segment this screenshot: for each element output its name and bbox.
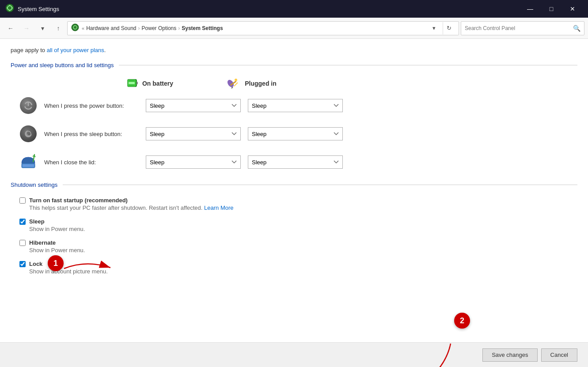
lock-item: Lock Show in account picture menu. xyxy=(19,261,577,275)
address-arrow1: › xyxy=(138,25,140,31)
search-icon: 🔍 xyxy=(573,25,580,32)
sleep-item: Sleep Show in Power menu. xyxy=(19,218,577,232)
section1-title: Power and sleep buttons and lid settings xyxy=(11,62,114,68)
plugged-label: Plugged in xyxy=(245,80,277,87)
titlebar: System Settings — □ ✕ xyxy=(0,0,588,18)
sleep-checkbox[interactable] xyxy=(19,219,26,225)
battery-label: On battery xyxy=(142,80,173,87)
address-part2: Power Options xyxy=(142,25,177,31)
fast-startup-desc: This helps start your PC faster after sh… xyxy=(29,204,577,211)
lid-icon xyxy=(19,153,37,171)
lid-battery-select[interactable]: Sleep Do nothing Hibernate Shut down xyxy=(146,155,241,169)
svg-line-18 xyxy=(231,87,233,88)
refresh-button[interactable]: ↻ xyxy=(443,22,455,34)
svg-point-6 xyxy=(72,24,79,31)
app-icon xyxy=(5,4,14,15)
power-button-dropdowns: Sleep Do nothing Hibernate Shut down Tur… xyxy=(146,99,343,112)
lock-checkbox[interactable] xyxy=(19,261,26,267)
sleep-button-dropdowns: Sleep Do nothing Hibernate Shut down Sle… xyxy=(146,127,343,140)
learn-more-link[interactable]: Learn More xyxy=(204,204,233,211)
lid-plugged-select[interactable]: Sleep Do nothing Hibernate Shut down xyxy=(248,155,343,169)
lid-label: When I close the lid: xyxy=(44,159,146,166)
section2-line xyxy=(63,185,577,185)
section2-title: Shutdown settings xyxy=(11,182,57,188)
fast-startup-item: Turn on fast startup (recommended) This … xyxy=(19,197,577,211)
save-changes-button[interactable]: Save changes xyxy=(482,348,537,362)
intro-section: page apply to all of your power plans. xyxy=(11,46,577,54)
address-part3: System Settings xyxy=(182,25,223,31)
sleep-row: Sleep xyxy=(19,218,577,225)
address-sep1: « xyxy=(82,26,84,31)
sleep-button-icon xyxy=(19,125,37,143)
address-dropdown-button[interactable]: ▾ xyxy=(428,22,440,34)
columns-header: On battery Plugged in xyxy=(99,77,577,90)
sleep-button-label: When I press the sleep button: xyxy=(44,131,146,137)
svg-rect-12 xyxy=(137,82,138,84)
annotation-1: 1 xyxy=(48,255,64,271)
hibernate-checkbox[interactable] xyxy=(19,240,26,246)
lid-dropdowns: Sleep Do nothing Hibernate Shut down Sle… xyxy=(146,155,343,169)
sleep-title: Sleep xyxy=(29,218,45,225)
sleep-desc: Show in Power menu. xyxy=(29,226,577,232)
forward-button[interactable]: → xyxy=(19,21,34,35)
back-button[interactable]: ← xyxy=(4,21,18,35)
address-part1: Hardware and Sound xyxy=(86,25,136,31)
sleep-button-battery-select[interactable]: Sleep Do nothing Hibernate Shut down xyxy=(146,127,241,140)
window-title: System Settings xyxy=(18,6,516,12)
search-input[interactable] xyxy=(465,25,570,31)
section1-line xyxy=(119,65,577,65)
fast-startup-title: Turn on fast startup (recommended) xyxy=(29,197,128,204)
power-button-plugged-select[interactable]: Sleep Do nothing Hibernate Shut down Tur… xyxy=(248,99,343,112)
hibernate-title: Hibernate xyxy=(29,239,56,246)
hibernate-desc: Show in Power menu. xyxy=(29,247,577,253)
main-content: page apply to all of your power plans. P… xyxy=(0,39,588,367)
svg-rect-23 xyxy=(23,164,34,167)
fast-startup-desc-text: This helps start your PC faster after sh… xyxy=(29,204,204,211)
close-button[interactable]: ✕ xyxy=(562,0,583,18)
address-path: « Hardware and Sound › Power Options › S… xyxy=(82,25,425,31)
intro-text: page apply to all of your power plans. xyxy=(11,47,106,53)
address-bar: « Hardware and Sound › Power Options › S… xyxy=(67,21,459,35)
lid-row: When I close the lid: Sleep Do nothing H… xyxy=(19,153,577,171)
lock-desc: Show in account picture menu. xyxy=(29,268,577,275)
power-plans-link[interactable]: all of your power plans xyxy=(47,47,104,53)
power-button-battery-select[interactable]: Sleep Do nothing Hibernate Shut down Tur… xyxy=(146,99,241,112)
maximize-button[interactable]: □ xyxy=(541,0,561,18)
address-arrow2: › xyxy=(178,25,180,31)
navbar: ← → ▾ ↑ « Hardware and Sound › Power Opt… xyxy=(0,18,588,39)
svg-line-17 xyxy=(234,83,238,86)
sleep-button-plugged-select[interactable]: Sleep Do nothing Hibernate Shut down xyxy=(248,127,343,140)
plug-icon xyxy=(226,77,241,90)
window-controls: — □ ✕ xyxy=(520,0,583,18)
lock-title: Lock xyxy=(29,261,42,267)
sleep-button-row: When I press the sleep button: Sleep Do … xyxy=(19,125,577,143)
fast-startup-checkbox[interactable] xyxy=(19,197,26,204)
power-button-row: When I press the power button: Sleep Do … xyxy=(19,97,577,114)
hibernate-item: Hibernate Show in Power menu. xyxy=(19,239,577,253)
bottom-bar: Save changes Cancel xyxy=(0,342,588,367)
battery-icon xyxy=(126,77,139,90)
address-app-icon xyxy=(71,23,79,33)
svg-point-16 xyxy=(235,79,237,81)
fast-startup-row: Turn on fast startup (recommended) xyxy=(19,197,577,204)
up-button[interactable]: ↑ xyxy=(51,21,65,35)
svg-rect-13 xyxy=(129,82,134,84)
plugged-column-header: Plugged in xyxy=(201,77,302,90)
lock-row: Lock xyxy=(19,261,577,267)
section2-header: Shutdown settings xyxy=(11,182,577,188)
cancel-button[interactable]: Cancel xyxy=(541,348,577,362)
battery-column-header: On battery xyxy=(99,77,201,90)
section1-header: Power and sleep buttons and lid settings xyxy=(11,62,577,68)
shutdown-section: Turn on fast startup (recommended) This … xyxy=(11,197,577,275)
search-box: 🔍 xyxy=(461,21,584,35)
power-button-label: When I press the power button: xyxy=(44,102,146,109)
hibernate-row: Hibernate xyxy=(19,239,577,246)
annotation-2: 2 xyxy=(454,313,470,329)
power-button-icon xyxy=(19,97,37,114)
recent-button[interactable]: ▾ xyxy=(35,21,49,35)
minimize-button[interactable]: — xyxy=(520,0,540,18)
